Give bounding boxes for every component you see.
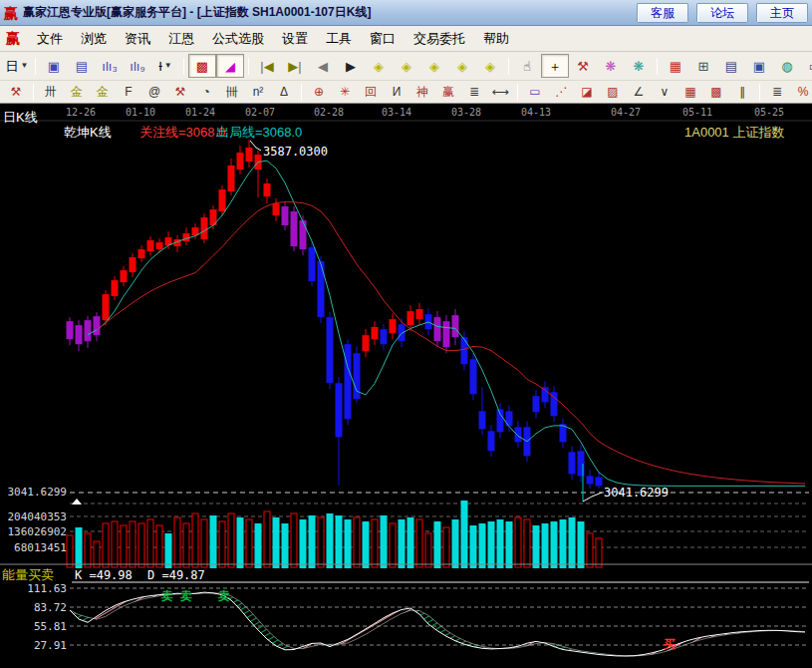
gold-split-button[interactable]: 金 xyxy=(64,82,90,103)
menu-item-help[interactable]: 帮助 xyxy=(474,27,518,51)
ying-tool-button[interactable]: 赢 xyxy=(435,82,461,103)
volume-bar xyxy=(596,538,602,567)
ying-tool-icon: 赢 xyxy=(442,86,454,98)
flower-teal-button[interactable]: ❋ xyxy=(625,54,653,78)
candle-type-dropdown-icon[interactable]: ▼ xyxy=(164,62,172,70)
prev-page-button[interactable]: ◀ xyxy=(309,54,337,78)
menu-item-gann[interactable]: 江恩 xyxy=(159,27,203,51)
notes-button[interactable]: ▤ xyxy=(717,54,745,78)
date-tick-label: 04-27 xyxy=(611,107,641,118)
kline-small-9-icon: ılı₉ xyxy=(130,60,144,73)
crosshair-button[interactable]: ＋ xyxy=(541,54,569,78)
period-day-button[interactable]: 日▼ xyxy=(3,54,31,78)
stat-histogram-button[interactable]: ≣ xyxy=(764,82,790,103)
spiral-square-button[interactable]: 回 xyxy=(358,82,384,103)
calculator-button[interactable]: ⊞ xyxy=(689,54,717,78)
color-chart-button[interactable]: ◢ xyxy=(216,54,244,78)
gold-channel-button[interactable]: 金 xyxy=(90,82,116,103)
chart-area[interactable]: 12-2601-1001-2402-0702-2803-1403-2804-13… xyxy=(0,104,812,668)
arrow-pointer-button[interactable]: Δ xyxy=(271,82,297,103)
pick-percent-icon: ⚒ xyxy=(175,86,186,98)
ray-fan-button[interactable]: ⋰ xyxy=(548,82,574,103)
pick-percent-button[interactable]: ⚒ xyxy=(167,82,193,103)
volume-bar xyxy=(246,519,252,567)
diamond-expand-button[interactable]: ◈ xyxy=(420,54,448,78)
toolbar-separator xyxy=(517,84,518,101)
diamond-compress-icon: ◈ xyxy=(457,60,467,73)
menu-item-browse[interactable]: 浏览 xyxy=(72,27,116,51)
market-overview-button[interactable]: ▣ xyxy=(40,54,68,78)
pick-tool-button[interactable]: ⚒ xyxy=(569,54,597,78)
menu-item-settings[interactable]: 设置 xyxy=(273,27,317,51)
circle-target-button[interactable]: ⊕ xyxy=(306,82,332,103)
candle-type-button[interactable]: Ɨ▼ xyxy=(151,54,179,78)
candle-body xyxy=(587,476,594,484)
rect-select-icon: ▭ xyxy=(529,86,540,98)
customer-service-button[interactable]: 客服 xyxy=(637,3,688,23)
diamond-right-button[interactable]: ◈ xyxy=(393,54,420,78)
fibo-f-button[interactable]: F xyxy=(116,82,141,103)
homepage-button[interactable]: 主页 xyxy=(756,3,808,23)
shen-tool-button[interactable]: 神 xyxy=(409,82,435,103)
angle-lines-button[interactable]: ∠ xyxy=(626,82,652,103)
rect-select-button[interactable]: ▭ xyxy=(522,82,548,103)
data-export-icon: ◍ xyxy=(781,60,792,73)
indicator-axis-label: 83.72 xyxy=(34,601,67,614)
volume-layer xyxy=(67,501,602,568)
calendar-button[interactable]: ▦ xyxy=(662,54,689,78)
menu-item-window[interactable]: 窗口 xyxy=(361,27,405,51)
zigzag-button[interactable]: ∨ xyxy=(652,82,677,103)
starburst-button[interactable]: ✳ xyxy=(332,82,358,103)
time-cycle-icon: ◔ xyxy=(202,86,209,98)
menu-item-tools[interactable]: 工具 xyxy=(317,27,361,51)
price-grid-button[interactable]: 卌 xyxy=(219,82,245,103)
info-document-button[interactable]: ▤ xyxy=(68,54,96,78)
width-measure-button[interactable]: ⟷ xyxy=(487,82,513,103)
kline-chart-canvas[interactable]: 12-2601-1001-2402-0702-2803-1403-2804-13… xyxy=(0,104,812,668)
pick-button[interactable]: ⚒ xyxy=(3,82,29,103)
volume-bar xyxy=(112,521,118,567)
grid-fan-button[interactable]: ▨ xyxy=(600,82,626,103)
period-day-dropdown-icon[interactable]: ▼ xyxy=(21,62,29,70)
menu-item-file[interactable]: 文件 xyxy=(28,27,72,51)
parallel-lines-button[interactable]: ∥ xyxy=(729,82,755,103)
date-tick-label: 01-10 xyxy=(126,107,155,118)
save-disk-button[interactable]: ▣ xyxy=(745,54,773,78)
volume-bar xyxy=(488,521,495,568)
measure-123-button[interactable]: ≣ xyxy=(461,82,487,103)
buy-signal-marker: 买 xyxy=(664,637,676,651)
gann-grid-button[interactable]: ▩ xyxy=(703,82,729,103)
next-page-button[interactable]: ▶ xyxy=(337,54,365,78)
spiral-button[interactable]: @ xyxy=(141,82,167,103)
volume-bar xyxy=(237,517,244,568)
volume-bar xyxy=(578,521,585,568)
candle-body xyxy=(327,317,334,383)
qiankun-kline-button[interactable]: ▩ xyxy=(188,54,216,78)
drag-hand-button[interactable]: ☝ xyxy=(513,54,541,78)
kline-small-9-button[interactable]: ılı₉ xyxy=(124,54,151,78)
print-button[interactable]: ▭ xyxy=(801,54,812,78)
grid-tool-button[interactable]: 卅 xyxy=(38,82,64,103)
indicator-d-value: D =49.87 xyxy=(147,568,205,582)
last-page-button[interactable]: ▶| xyxy=(281,54,309,78)
time-cycle-button[interactable]: ◔ xyxy=(193,82,219,103)
menu-item-news[interactable]: 资讯 xyxy=(116,27,159,51)
menu-item-formula-stock-pick[interactable]: 公式选股 xyxy=(203,27,273,51)
menu-item-trade-order[interactable]: 交易委托 xyxy=(405,27,474,51)
angle-lines-icon: ∠ xyxy=(634,86,645,98)
data-export-button[interactable]: ◍ xyxy=(773,54,801,78)
n-square-button[interactable]: n² xyxy=(245,82,271,103)
kline-small-3-button[interactable]: ılı₃ xyxy=(96,54,124,78)
diamond-full-button[interactable]: ◈ xyxy=(476,54,504,78)
fan-box-button[interactable]: ◪ xyxy=(574,82,600,103)
gann-box-button[interactable]: ▦ xyxy=(677,82,703,103)
swing-tool-button[interactable]: И xyxy=(384,82,409,103)
diamond-compress-button[interactable]: ◈ xyxy=(448,54,476,78)
percent-zone-button[interactable]: % xyxy=(790,82,812,103)
diamond-left-button[interactable]: ◈ xyxy=(365,54,393,78)
arrow-pointer-icon: Δ xyxy=(280,86,288,98)
volume-axis-label: 204040353 xyxy=(7,510,67,523)
flower-purple-button[interactable]: ❋ xyxy=(597,54,625,78)
forum-button[interactable]: 论坛 xyxy=(696,3,748,23)
first-page-button[interactable]: |◀ xyxy=(253,54,281,78)
